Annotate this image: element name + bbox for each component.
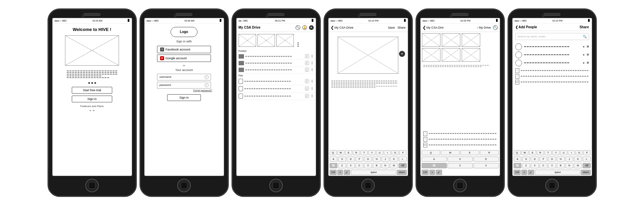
key-T[interactable]: T (361, 150, 368, 155)
start-trial-button[interactable]: Start free trial (72, 87, 112, 94)
key-M[interactable]: M (390, 163, 398, 168)
key6-V[interactable]: V (548, 163, 556, 168)
share-button-4[interactable]: Share (397, 26, 405, 29)
key6-I[interactable]: I (568, 150, 575, 155)
key6-S[interactable]: S (522, 157, 530, 162)
key6-Y[interactable]: Y (552, 150, 559, 155)
key5-E[interactable]: E (460, 150, 479, 155)
doc6-item-2[interactable]: 📄 (515, 74, 589, 79)
key6-emoji[interactable]: ☺ (521, 170, 527, 175)
share-icon-f1[interactable]: ⤴ (305, 79, 309, 83)
key6-A[interactable]: A (514, 157, 522, 162)
key-B[interactable]: B (373, 163, 381, 168)
key6-F[interactable]: F (540, 157, 548, 162)
add-content-button[interactable]: + (399, 51, 405, 57)
key6-T[interactable]: T (545, 150, 552, 155)
key6-E[interactable]: E (529, 150, 536, 155)
key-I[interactable]: I (384, 150, 391, 155)
grid-thumb-6[interactable] (462, 48, 480, 62)
key5-Q[interactable]: Q (422, 150, 440, 155)
doc6-item-1[interactable]: 📄 (515, 68, 589, 73)
key-S[interactable]: S (338, 157, 346, 162)
key-J[interactable]: J (381, 157, 390, 162)
key-K[interactable]: K (390, 157, 398, 162)
more-dots-icon[interactable] (295, 42, 301, 47)
search-icon-5[interactable]: 🔍 (493, 25, 498, 30)
share-button-6[interactable]: Share (580, 25, 589, 29)
key6-U[interactable]: U (560, 150, 567, 155)
bell-icon[interactable]: 🔔 (302, 25, 307, 30)
key6-J[interactable]: J (565, 157, 574, 162)
key-A[interactable]: A (330, 157, 338, 162)
key6-D[interactable]: D (531, 157, 539, 162)
google-signin-button[interactable]: G Google account (157, 55, 211, 62)
key6-123[interactable]: 123 (514, 170, 521, 175)
back-button-5[interactable]: ❮ My CSA Driv (423, 25, 444, 30)
key-Z[interactable]: Z (338, 163, 346, 168)
key5-123[interactable]: 123 (422, 170, 429, 175)
key-P[interactable]: P (399, 150, 406, 155)
key-H[interactable]: H (373, 157, 381, 162)
remove-person-1[interactable]: ✕ (586, 45, 589, 48)
key-D[interactable]: D (347, 157, 355, 162)
doc-item-3[interactable]: </> (423, 143, 497, 147)
more-icon-2[interactable] (310, 62, 314, 64)
add-icon[interactable]: + (309, 25, 314, 30)
key-E[interactable]: E (345, 150, 352, 155)
key-L[interactable]: L (399, 157, 407, 162)
back-button-4[interactable]: ❮ My CSA Drive (331, 25, 354, 30)
grid-thumb-4[interactable] (422, 48, 440, 62)
key6-Q[interactable]: Q (514, 150, 521, 155)
key-Q[interactable]: Q (330, 150, 337, 155)
key-backspace[interactable]: ⌫ (399, 163, 407, 168)
search-bar-6[interactable]: Search by name, email... 🔍 (515, 33, 589, 40)
key5-D[interactable]: D (473, 157, 499, 162)
folder-item-2[interactable]: ⤴ (237, 60, 316, 67)
key-N[interactable]: N (381, 163, 390, 168)
grid-thumb-5[interactable] (442, 48, 460, 62)
key6-L[interactable]: L (583, 157, 591, 162)
key6-return[interactable]: return (581, 170, 590, 175)
key-W[interactable]: W (337, 150, 344, 155)
forgot-password-link[interactable]: Forgot password? (193, 89, 212, 92)
key6-M[interactable]: M (574, 163, 582, 168)
grid-thumb-3[interactable] (462, 33, 480, 47)
key-mic[interactable]: 🎤 (344, 170, 350, 175)
key6-O[interactable]: O (576, 150, 583, 155)
home-button-6[interactable] (545, 179, 559, 192)
share-icon-f3[interactable]: ⤴ (305, 94, 309, 98)
remove-person-2[interactable]: ✕ (586, 53, 589, 57)
key5-W[interactable]: W (441, 150, 460, 155)
sign-in-button-welcome[interactable]: Sign in (72, 96, 112, 102)
key-X[interactable]: X (347, 163, 355, 168)
key5-shift[interactable]: ⬜ (422, 163, 447, 168)
share-icon-3[interactable]: ⤴ (305, 68, 309, 72)
key5-Z[interactable]: Z (448, 163, 473, 168)
share-icon-f2[interactable]: ⤴ (305, 87, 309, 91)
home-button-5[interactable] (453, 179, 467, 192)
search-icon-6[interactable]: 🔍 (583, 35, 587, 38)
key5-A[interactable]: A (422, 157, 447, 162)
save-button-4[interactable]: Save (388, 26, 395, 29)
key-G[interactable]: G (364, 157, 372, 162)
key6-W[interactable]: W (521, 150, 528, 155)
key6-X[interactable]: X (531, 163, 539, 168)
key6-R[interactable]: R (537, 150, 544, 155)
key6-B[interactable]: B (557, 163, 565, 168)
back-button-6[interactable]: ❮ Add People (515, 25, 537, 29)
file-item-3[interactable]: ⤴ (237, 93, 316, 100)
key6-H[interactable]: H (557, 157, 565, 162)
file-item-1[interactable]: ⤴ (237, 78, 316, 85)
key6-N[interactable]: N (565, 163, 574, 168)
key-Y[interactable]: Y (368, 150, 375, 155)
doc6-item-3[interactable]: </> (515, 80, 589, 84)
key-shift[interactable]: ⬜ (330, 163, 338, 168)
signin-button[interactable]: Sign in (167, 94, 201, 101)
key6-K[interactable]: K (574, 157, 582, 162)
home-button-4[interactable] (361, 179, 375, 192)
key6-mic[interactable]: 🎤 (528, 170, 534, 175)
key6-shift[interactable]: ⬜ (514, 163, 522, 168)
key6-space[interactable]: space (535, 170, 580, 175)
share-icon-2[interactable]: ⤴ (305, 61, 309, 65)
more-icon-f1[interactable] (310, 80, 314, 82)
